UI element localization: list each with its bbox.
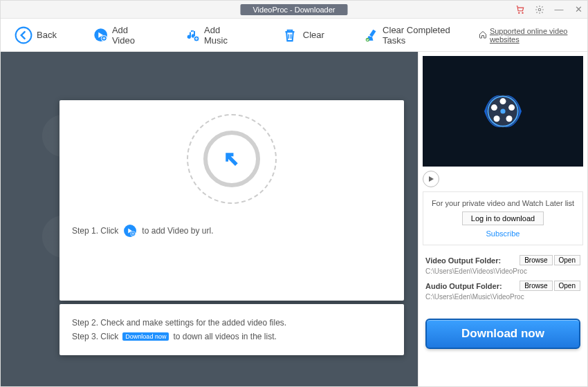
svg-point-13 [508, 104, 515, 111]
svg-point-15 [494, 115, 500, 122]
trash-icon [281, 26, 299, 44]
play-button[interactable] [423, 171, 439, 187]
audio-folder-path: C:\Users\Eden\Music\VideoProc [425, 293, 580, 301]
step-3: Step 3. Click Download now to down all v… [72, 332, 392, 341]
add-video-icon [93, 26, 108, 44]
preview-area [423, 56, 583, 167]
svg-point-12 [500, 98, 506, 104]
back-button[interactable]: Back [9, 23, 62, 47]
minimize-icon[interactable]: — [554, 5, 564, 15]
step-2: Step 2. Check and make settings for the … [72, 318, 392, 328]
step-1: Step 1. Click to add Video by url. [72, 223, 214, 238]
drop-zone[interactable] [187, 114, 277, 204]
back-icon [15, 26, 33, 44]
download-mini-badge: Download now [122, 332, 169, 341]
clear-label: Clear [303, 30, 324, 40]
login-message: For your private video and Watch Later l… [430, 199, 576, 207]
step1-text-b: to add Video by url. [142, 226, 213, 236]
add-video-button[interactable]: Add Video [88, 22, 151, 48]
login-button[interactable]: Log in to download [462, 211, 544, 225]
arrow-upleft-icon [221, 149, 242, 169]
svg-point-17 [500, 108, 505, 113]
add-music-button[interactable]: Add Music [180, 22, 244, 48]
add-music-label: Add Music [204, 25, 239, 46]
audio-browse-button[interactable]: Browse [520, 281, 552, 291]
supported-label: Supported online video websites [490, 27, 579, 44]
step1-text-a: Step 1. Click [72, 226, 118, 236]
video-folder-path: C:\Users\Eden\Videos\VideoProc [425, 267, 580, 275]
login-box: For your private video and Watch Later l… [423, 191, 583, 245]
supported-websites-link[interactable]: Supported online video websites [479, 27, 579, 44]
svg-point-3 [16, 27, 32, 43]
svg-point-2 [538, 8, 541, 11]
clear-button[interactable]: Clear [275, 23, 330, 47]
svg-point-16 [491, 104, 497, 111]
play-row [419, 167, 587, 191]
titlebar: VideoProc - Downloader — ✕ [1, 1, 587, 19]
download-now-button[interactable]: Download now [425, 319, 580, 349]
clear-completed-label: Clear Completed Tasks [383, 25, 459, 46]
add-video-label: Add Video [112, 25, 146, 46]
home-icon [479, 30, 487, 40]
toolbar: Back Add Video Add Music Clear Clear Com… [1, 19, 587, 52]
drop-card: Step 1. Click to add Video by url. [59, 100, 404, 301]
close-icon[interactable]: ✕ [573, 5, 583, 15]
folders-section: Video Output Folder: Browse Open C:\User… [419, 245, 587, 313]
audio-folder-label: Audio Output Folder: [425, 282, 502, 290]
svg-point-0 [519, 12, 520, 13]
subscribe-link[interactable]: Subscribe [430, 229, 576, 238]
step3-text-a: Step 3. Click [72, 332, 118, 341]
back-label: Back [37, 30, 57, 40]
right-panel: For your private video and Watch Later l… [418, 52, 587, 387]
steps-card: Step 2. Check and make settings for the … [59, 304, 404, 355]
left-panel: Step 1. Click to add Video by url. Step … [1, 52, 418, 387]
step3-text-b: to down all videos in the list. [173, 332, 276, 341]
add-music-icon [185, 26, 200, 44]
reel-logo-icon [472, 80, 534, 142]
cart-icon[interactable] [515, 5, 525, 15]
video-open-button[interactable]: Open [554, 255, 580, 265]
video-browse-button[interactable]: Browse [520, 255, 552, 265]
svg-point-1 [522, 12, 523, 13]
broom-icon [364, 26, 378, 44]
main-area: Step 1. Click to add Video by url. Step … [1, 52, 587, 387]
clear-completed-button[interactable]: Clear Completed Tasks [358, 22, 465, 48]
audio-open-button[interactable]: Open [554, 281, 580, 291]
add-video-mini-icon [122, 223, 138, 238]
svg-point-14 [506, 115, 513, 122]
window-title: VideoProc - Downloader [240, 4, 347, 15]
drop-inner-circle [203, 131, 260, 187]
gear-icon[interactable] [535, 5, 544, 15]
video-folder-label: Video Output Folder: [425, 256, 501, 265]
